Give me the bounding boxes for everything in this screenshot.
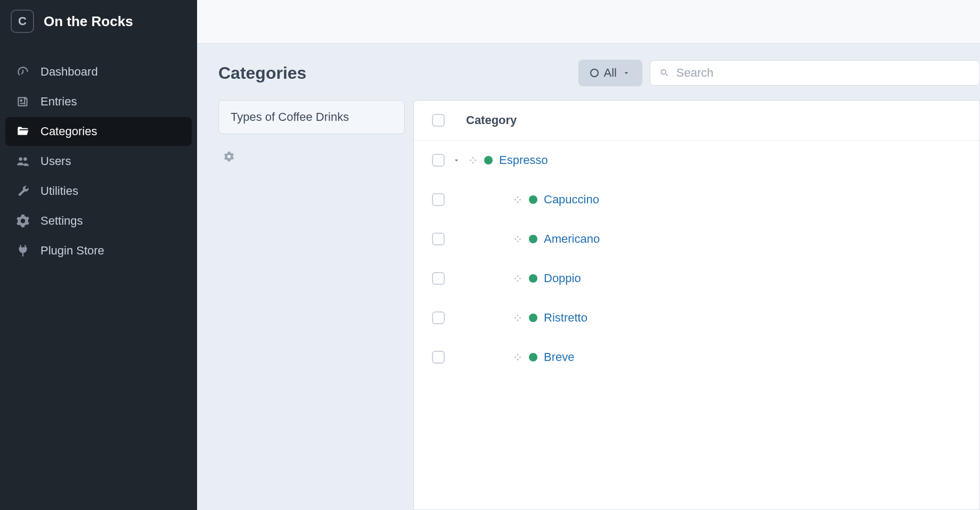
row-checkbox[interactable] bbox=[432, 154, 445, 167]
nav-item-dashboard[interactable]: Dashboard bbox=[5, 57, 192, 86]
element-listing: Category Espr bbox=[413, 100, 980, 510]
row-checkbox[interactable] bbox=[432, 193, 445, 206]
category-link[interactable]: Americano bbox=[544, 232, 600, 246]
drag-handle[interactable] bbox=[513, 352, 522, 362]
svg-point-1 bbox=[470, 160, 471, 161]
svg-point-8 bbox=[517, 236, 519, 237]
column-header-category: Category bbox=[466, 113, 517, 127]
status-enabled-icon bbox=[529, 353, 537, 361]
svg-point-23 bbox=[517, 359, 519, 360]
row-checkbox[interactable] bbox=[432, 351, 445, 364]
table-row: Capuccino bbox=[414, 180, 979, 219]
primary-nav: Dashboard Entries Categories Users bbox=[0, 45, 197, 265]
move-icon bbox=[513, 234, 522, 244]
nav-label: Dashboard bbox=[40, 65, 98, 79]
nav-item-users[interactable]: Users bbox=[5, 147, 192, 176]
svg-point-9 bbox=[514, 238, 516, 240]
category-link[interactable]: Doppio bbox=[544, 272, 581, 285]
svg-point-16 bbox=[517, 315, 519, 316]
gear-icon bbox=[15, 214, 31, 228]
move-icon bbox=[513, 313, 522, 323]
svg-point-21 bbox=[514, 357, 516, 358]
move-icon bbox=[513, 195, 522, 204]
main: Categories All Types of Co bbox=[197, 0, 980, 510]
drag-handle[interactable] bbox=[468, 155, 478, 165]
drag-handle[interactable] bbox=[513, 274, 522, 283]
folder-open-icon bbox=[15, 125, 31, 138]
sidebar-header: C On the Rocks bbox=[0, 0, 197, 45]
svg-point-18 bbox=[519, 317, 521, 319]
svg-point-15 bbox=[517, 280, 519, 282]
category-link[interactable]: Breve bbox=[544, 350, 574, 364]
svg-point-13 bbox=[514, 278, 516, 279]
status-any-icon bbox=[590, 69, 599, 77]
expand-toggle[interactable] bbox=[451, 156, 462, 164]
table-row: Breve bbox=[414, 338, 979, 377]
select-all-checkbox[interactable] bbox=[432, 114, 445, 127]
nav-label: Entries bbox=[40, 95, 77, 109]
svg-point-2 bbox=[475, 160, 476, 161]
nav-label: Plugin Store bbox=[40, 244, 104, 258]
app-logo-letter: C bbox=[18, 14, 27, 28]
nav-item-entries[interactable]: Entries bbox=[5, 87, 192, 116]
chevron-down-icon bbox=[622, 69, 631, 77]
svg-point-3 bbox=[472, 162, 474, 163]
table-row: Doppio bbox=[414, 259, 979, 298]
status-filter-label: All bbox=[604, 66, 617, 80]
svg-point-22 bbox=[519, 357, 521, 358]
nav-label: Users bbox=[40, 154, 71, 168]
header-row: Categories All bbox=[218, 60, 980, 86]
app-title: On the Rocks bbox=[44, 13, 133, 30]
table-row: Americano bbox=[414, 219, 979, 259]
nav-item-categories[interactable]: Categories bbox=[5, 117, 192, 146]
drag-handle[interactable] bbox=[513, 195, 522, 204]
drag-handle[interactable] bbox=[513, 313, 522, 323]
row-checkbox[interactable] bbox=[432, 233, 445, 245]
category-link[interactable]: Ristretto bbox=[544, 311, 587, 325]
nav-item-plugin-store[interactable]: Plugin Store bbox=[5, 236, 192, 265]
table-body: Espresso Capuccino bbox=[414, 141, 979, 377]
svg-point-20 bbox=[517, 354, 519, 356]
search-input[interactable] bbox=[676, 66, 971, 80]
newspaper-icon bbox=[15, 95, 31, 109]
source-settings-button[interactable] bbox=[218, 151, 405, 164]
source-item-label: Types of Coffee Drinks bbox=[231, 110, 349, 124]
nav-label: Settings bbox=[40, 214, 83, 228]
svg-point-10 bbox=[519, 238, 521, 240]
nav-item-utilities[interactable]: Utilities bbox=[5, 177, 192, 205]
wrench-icon bbox=[15, 184, 31, 198]
status-enabled-icon bbox=[529, 274, 537, 283]
body-row: Types of Coffee Drinks Category bbox=[218, 100, 980, 510]
header-right: All bbox=[317, 60, 980, 86]
search-icon bbox=[659, 67, 670, 79]
move-icon bbox=[513, 352, 522, 362]
row-checkbox[interactable] bbox=[432, 272, 445, 285]
source-pane: Types of Coffee Drinks bbox=[218, 100, 405, 510]
category-link[interactable]: Capuccino bbox=[544, 193, 599, 207]
page-title: Categories bbox=[218, 63, 306, 83]
table-header: Category bbox=[414, 101, 979, 141]
app-root: C On the Rocks Dashboard Entries bbox=[0, 0, 980, 510]
row-checkbox[interactable] bbox=[432, 311, 445, 324]
table-row: Espresso bbox=[414, 141, 979, 180]
svg-point-19 bbox=[517, 319, 519, 321]
drag-handle[interactable] bbox=[513, 234, 522, 244]
nav-item-settings[interactable]: Settings bbox=[5, 207, 192, 235]
plug-icon bbox=[15, 244, 31, 258]
status-enabled-icon bbox=[529, 195, 537, 204]
search-field-wrap bbox=[650, 60, 980, 86]
app-logo[interactable]: C bbox=[11, 10, 34, 33]
status-enabled-icon bbox=[529, 314, 537, 322]
move-icon bbox=[513, 274, 522, 283]
svg-point-0 bbox=[472, 157, 474, 159]
move-icon bbox=[468, 155, 478, 165]
table-row: Ristretto bbox=[414, 298, 979, 338]
status-filter-button[interactable]: All bbox=[578, 60, 642, 86]
nav-label: Utilities bbox=[40, 184, 78, 198]
users-icon bbox=[15, 154, 31, 168]
source-item-types-of-coffee-drinks[interactable]: Types of Coffee Drinks bbox=[218, 100, 405, 134]
chevron-down-icon bbox=[452, 156, 461, 164]
nav-label: Categories bbox=[40, 125, 97, 138]
category-link[interactable]: Espresso bbox=[499, 153, 548, 167]
svg-point-12 bbox=[517, 275, 519, 277]
